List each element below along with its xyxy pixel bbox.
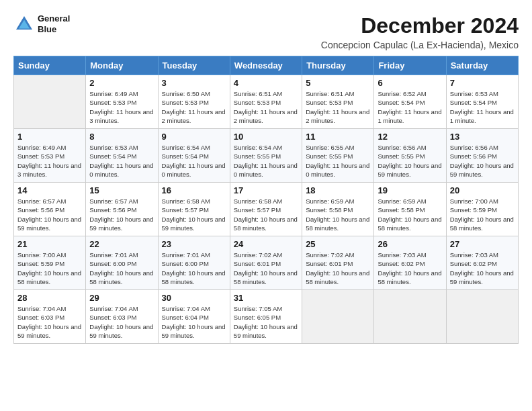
day-number: 29 xyxy=(89,293,154,303)
day-info: Sunrise: 7:02 AM Sunset: 6:01 PM Dayligh… xyxy=(306,250,370,286)
day-info: Sunrise: 7:04 AM Sunset: 6:03 PM Dayligh… xyxy=(17,304,82,340)
day-number: 5 xyxy=(306,78,370,88)
calendar-day-cell: 26 Sunrise: 7:03 AM Sunset: 6:02 PM Dayl… xyxy=(374,236,446,290)
calendar-day-cell: 29 Sunrise: 7:04 AM Sunset: 6:03 PM Dayl… xyxy=(86,290,158,344)
day-of-week-header: Monday xyxy=(86,56,158,75)
day-number: 20 xyxy=(450,185,515,195)
day-number: 25 xyxy=(306,239,370,249)
calendar-day-cell: 9 Sunrise: 6:54 AM Sunset: 5:54 PM Dayli… xyxy=(158,129,230,183)
calendar-week-row: 2 Sunrise: 6:49 AM Sunset: 5:53 PM Dayli… xyxy=(14,75,519,129)
day-info: Sunrise: 6:59 AM Sunset: 5:58 PM Dayligh… xyxy=(306,197,370,232)
day-number: 11 xyxy=(306,132,370,142)
day-number: 23 xyxy=(162,239,226,249)
calendar-header-row: SundayMondayTuesdayWednesdayThursdayFrid… xyxy=(14,56,519,75)
day-of-week-header: Saturday xyxy=(446,56,518,75)
day-number: 7 xyxy=(450,78,515,88)
day-number: 24 xyxy=(234,239,298,249)
calendar-day-cell: 1 Sunrise: 6:49 AM Sunset: 5:53 PM Dayli… xyxy=(14,129,86,183)
calendar-empty-cell xyxy=(374,290,446,344)
calendar-day-cell: 16 Sunrise: 6:58 AM Sunset: 5:57 PM Dayl… xyxy=(158,183,230,236)
day-info: Sunrise: 6:57 AM Sunset: 5:56 PM Dayligh… xyxy=(89,197,154,232)
day-info: Sunrise: 6:55 AM Sunset: 5:55 PM Dayligh… xyxy=(306,143,370,179)
day-number: 8 xyxy=(89,132,154,142)
calendar-day-cell: 5 Sunrise: 6:51 AM Sunset: 5:53 PM Dayli… xyxy=(302,75,374,129)
day-info: Sunrise: 6:53 AM Sunset: 5:54 PM Dayligh… xyxy=(450,89,515,125)
calendar-day-cell: 19 Sunrise: 6:59 AM Sunset: 5:58 PM Dayl… xyxy=(374,183,446,236)
day-number: 6 xyxy=(378,78,442,88)
day-number: 21 xyxy=(17,239,82,249)
day-number: 10 xyxy=(234,132,298,142)
day-number: 18 xyxy=(306,185,370,195)
calendar-day-cell: 8 Sunrise: 6:53 AM Sunset: 5:54 PM Dayli… xyxy=(86,129,158,183)
calendar-day-cell: 22 Sunrise: 7:01 AM Sunset: 6:00 PM Dayl… xyxy=(86,236,158,290)
day-number: 27 xyxy=(450,239,515,249)
day-info: Sunrise: 7:00 AM Sunset: 5:59 PM Dayligh… xyxy=(450,197,515,232)
calendar-day-cell: 3 Sunrise: 6:50 AM Sunset: 5:53 PM Dayli… xyxy=(158,75,230,129)
day-info: Sunrise: 6:56 AM Sunset: 5:55 PM Dayligh… xyxy=(378,143,442,179)
calendar-week-row: 14 Sunrise: 6:57 AM Sunset: 5:56 PM Dayl… xyxy=(14,183,519,236)
day-info: Sunrise: 6:58 AM Sunset: 5:57 PM Dayligh… xyxy=(162,197,226,232)
day-info: Sunrise: 6:50 AM Sunset: 5:53 PM Dayligh… xyxy=(162,89,226,125)
day-of-week-header: Thursday xyxy=(302,56,374,75)
calendar-day-cell: 11 Sunrise: 6:55 AM Sunset: 5:55 PM Dayl… xyxy=(302,129,374,183)
day-info: Sunrise: 6:56 AM Sunset: 5:56 PM Dayligh… xyxy=(450,143,515,179)
day-number: 26 xyxy=(378,239,442,249)
day-info: Sunrise: 6:54 AM Sunset: 5:55 PM Dayligh… xyxy=(234,143,298,179)
calendar-day-cell: 4 Sunrise: 6:51 AM Sunset: 5:53 PM Dayli… xyxy=(230,75,302,129)
calendar-day-cell: 10 Sunrise: 6:54 AM Sunset: 5:55 PM Dayl… xyxy=(230,129,302,183)
day-number: 2 xyxy=(89,78,154,88)
day-info: Sunrise: 6:54 AM Sunset: 5:54 PM Dayligh… xyxy=(162,143,226,179)
page-header: General Blue December 2024 Concepcion Ca… xyxy=(13,13,519,50)
day-of-week-header: Sunday xyxy=(14,56,86,75)
calendar-table: SundayMondayTuesdayWednesdayThursdayFrid… xyxy=(13,56,519,344)
day-info: Sunrise: 7:01 AM Sunset: 6:00 PM Dayligh… xyxy=(89,250,154,286)
day-number: 16 xyxy=(162,185,226,195)
calendar-day-cell: 25 Sunrise: 7:02 AM Sunset: 6:01 PM Dayl… xyxy=(302,236,374,290)
logo-icon xyxy=(13,13,35,35)
day-number: 30 xyxy=(162,293,226,303)
day-info: Sunrise: 7:04 AM Sunset: 6:03 PM Dayligh… xyxy=(89,304,154,340)
calendar-day-cell: 15 Sunrise: 6:57 AM Sunset: 5:56 PM Dayl… xyxy=(86,183,158,236)
location-title: Concepcion Capulac (La Ex-Hacienda), Mex… xyxy=(321,40,519,50)
day-number: 19 xyxy=(378,185,442,195)
day-info: Sunrise: 7:05 AM Sunset: 6:05 PM Dayligh… xyxy=(234,304,298,340)
day-info: Sunrise: 6:59 AM Sunset: 5:58 PM Dayligh… xyxy=(378,197,442,232)
day-info: Sunrise: 7:04 AM Sunset: 6:04 PM Dayligh… xyxy=(162,304,226,340)
day-info: Sunrise: 6:49 AM Sunset: 5:53 PM Dayligh… xyxy=(17,143,82,179)
calendar-day-cell: 27 Sunrise: 7:03 AM Sunset: 6:02 PM Dayl… xyxy=(446,236,518,290)
day-info: Sunrise: 7:02 AM Sunset: 6:01 PM Dayligh… xyxy=(234,250,298,286)
day-info: Sunrise: 7:01 AM Sunset: 6:00 PM Dayligh… xyxy=(162,250,226,286)
title-area: December 2024 Concepcion Capulac (La Ex-… xyxy=(321,13,519,50)
day-info: Sunrise: 6:51 AM Sunset: 5:53 PM Dayligh… xyxy=(306,89,370,125)
calendar-day-cell: 13 Sunrise: 6:56 AM Sunset: 5:56 PM Dayl… xyxy=(446,129,518,183)
calendar-empty-cell xyxy=(446,290,518,344)
calendar-day-cell: 12 Sunrise: 6:56 AM Sunset: 5:55 PM Dayl… xyxy=(374,129,446,183)
day-number: 31 xyxy=(234,293,298,303)
day-info: Sunrise: 7:03 AM Sunset: 6:02 PM Dayligh… xyxy=(450,250,515,286)
day-info: Sunrise: 6:58 AM Sunset: 5:57 PM Dayligh… xyxy=(234,197,298,232)
calendar-day-cell: 20 Sunrise: 7:00 AM Sunset: 5:59 PM Dayl… xyxy=(446,183,518,236)
day-info: Sunrise: 6:51 AM Sunset: 5:53 PM Dayligh… xyxy=(234,89,298,125)
day-number: 1 xyxy=(17,132,82,142)
calendar-day-cell: 17 Sunrise: 6:58 AM Sunset: 5:57 PM Dayl… xyxy=(230,183,302,236)
calendar-day-cell: 14 Sunrise: 6:57 AM Sunset: 5:56 PM Dayl… xyxy=(14,183,86,236)
day-info: Sunrise: 7:00 AM Sunset: 5:59 PM Dayligh… xyxy=(17,250,82,286)
day-number: 9 xyxy=(162,132,226,142)
day-number: 4 xyxy=(234,78,298,88)
day-info: Sunrise: 6:52 AM Sunset: 5:54 PM Dayligh… xyxy=(378,89,442,125)
day-info: Sunrise: 6:57 AM Sunset: 5:56 PM Dayligh… xyxy=(17,197,82,232)
calendar-day-cell: 28 Sunrise: 7:04 AM Sunset: 6:03 PM Dayl… xyxy=(14,290,86,344)
calendar-day-cell: 30 Sunrise: 7:04 AM Sunset: 6:04 PM Dayl… xyxy=(158,290,230,344)
day-info: Sunrise: 6:49 AM Sunset: 5:53 PM Dayligh… xyxy=(89,89,154,125)
calendar-day-cell: 24 Sunrise: 7:02 AM Sunset: 6:01 PM Dayl… xyxy=(230,236,302,290)
calendar-day-cell: 18 Sunrise: 6:59 AM Sunset: 5:58 PM Dayl… xyxy=(302,183,374,236)
calendar-day-cell: 6 Sunrise: 6:52 AM Sunset: 5:54 PM Dayli… xyxy=(374,75,446,129)
calendar-empty-cell xyxy=(302,290,374,344)
day-of-week-header: Tuesday xyxy=(158,56,230,75)
day-number: 17 xyxy=(234,185,298,195)
calendar-day-cell: 7 Sunrise: 6:53 AM Sunset: 5:54 PM Dayli… xyxy=(446,75,518,129)
calendar-week-row: 28 Sunrise: 7:04 AM Sunset: 6:03 PM Dayl… xyxy=(14,290,519,344)
day-number: 12 xyxy=(378,132,442,142)
calendar-day-cell: 31 Sunrise: 7:05 AM Sunset: 6:05 PM Dayl… xyxy=(230,290,302,344)
day-number: 14 xyxy=(17,185,82,195)
